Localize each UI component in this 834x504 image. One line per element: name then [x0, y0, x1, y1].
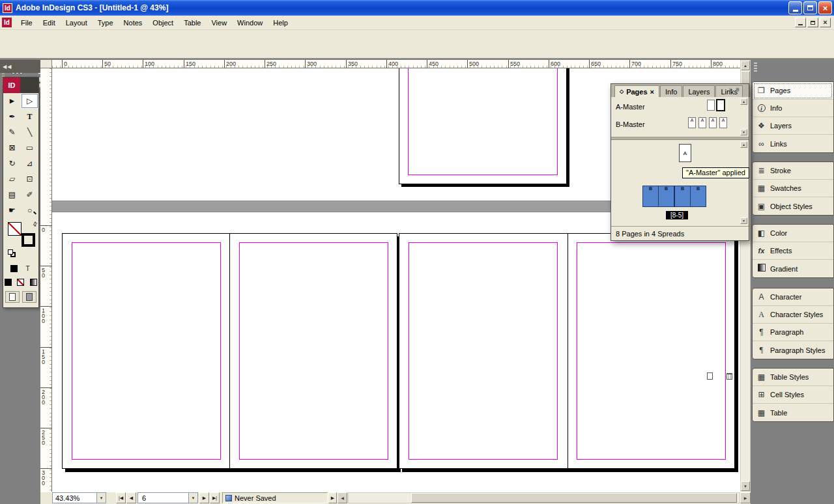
page-thumbnail-selected[interactable]: B: [690, 186, 706, 207]
eyedropper-tool[interactable]: ✐: [21, 187, 38, 203]
menu-help[interactable]: Help: [268, 17, 293, 29]
doc-minimize-button[interactable]: [795, 18, 806, 27]
tab-pages[interactable]: ◇ Pages ×: [614, 85, 659, 97]
dock-item-effects[interactable]: fx Effects: [753, 242, 833, 260]
swap-fill-stroke-button[interactable]: ⇄: [31, 220, 40, 228]
dock-item-table[interactable]: ▦ Table: [753, 404, 833, 421]
stroke-swatch[interactable]: [22, 233, 35, 247]
toolbox-header[interactable]: ID: [3, 77, 38, 93]
menu-table[interactable]: Table: [179, 17, 206, 29]
fill-swatch[interactable]: [8, 222, 22, 236]
pen-tool[interactable]: ✒: [3, 109, 21, 124]
master-page-icon[interactable]: A: [688, 117, 696, 128]
menu-file[interactable]: File: [16, 17, 38, 29]
shear-tool[interactable]: ▱: [3, 171, 21, 187]
page-thumbnail-selected[interactable]: B: [674, 186, 691, 207]
master-page-icon[interactable]: [717, 100, 725, 111]
page-thumbnail-selected[interactable]: B: [642, 186, 659, 207]
dock-item-stroke[interactable]: ≣ Stroke: [753, 162, 833, 180]
dock-item-table-styles[interactable]: ▦ Table Styles: [753, 369, 833, 386]
preview-mode-button[interactable]: [22, 291, 36, 303]
menu-type[interactable]: Type: [93, 17, 119, 29]
default-fill-swatch[interactable]: [8, 249, 13, 255]
scroll-left-button[interactable]: ◀: [338, 492, 347, 503]
last-spread-button[interactable]: ▶|: [210, 492, 220, 503]
dock-item-gradient[interactable]: Gradient: [753, 260, 833, 277]
doc-restore-button[interactable]: [807, 18, 818, 27]
frame-tool[interactable]: ⊠: [3, 140, 21, 156]
minimize-button[interactable]: [788, 1, 802, 14]
dock-item-layers[interactable]: ❖ Layers: [753, 117, 833, 135]
menu-view[interactable]: View: [206, 17, 232, 29]
dock-item-pages[interactable]: ❐ Pages: [753, 82, 833, 100]
rectangle-tool[interactable]: ▭: [21, 140, 38, 156]
close-button[interactable]: ×: [818, 1, 832, 14]
dock-grip[interactable]: [754, 63, 757, 72]
note-tool[interactable]: ▤: [3, 187, 21, 203]
dock-item-links[interactable]: ∞ Links: [753, 135, 833, 152]
master-name[interactable]: B-Master: [616, 120, 645, 128]
previous-spread-button[interactable]: ◀: [126, 492, 136, 503]
menu-window[interactable]: Window: [232, 17, 268, 29]
scale-tool[interactable]: ⊿: [21, 156, 38, 171]
free-transform-tool[interactable]: ⊡: [21, 171, 38, 187]
menu-object[interactable]: Object: [147, 17, 179, 29]
page-thumbnail-selected[interactable]: B: [658, 186, 674, 207]
type-tool[interactable]: T: [21, 109, 38, 124]
menu-edit[interactable]: Edit: [38, 17, 61, 29]
next-spread-button[interactable]: ▶: [199, 492, 209, 503]
tab-close-icon[interactable]: ×: [650, 88, 654, 96]
horizontal-scrollbar[interactable]: [348, 492, 740, 503]
zoom-dropdown[interactable]: ▼: [96, 493, 106, 503]
dock-item-character[interactable]: A Character: [753, 288, 833, 306]
ruler-origin[interactable]: [40, 60, 52, 68]
toolbox-collapse-button[interactable]: ◀◀: [0, 60, 40, 73]
first-spread-button[interactable]: |◀: [116, 492, 126, 503]
normal-view-mode-button[interactable]: [5, 291, 20, 303]
horizontal-scroll-thumb[interactable]: [411, 493, 737, 503]
rotate-tool[interactable]: ↻: [3, 156, 21, 171]
dock-item-character-styles[interactable]: A Character Styles: [753, 306, 833, 324]
zoom-level-field[interactable]: 43.43% ▼: [52, 492, 106, 503]
horizontal-ruler[interactable]: 0 50 100 150 200 250 300 350 400 450 500…: [52, 60, 740, 68]
panel-menu-icon[interactable]: ≡: [736, 86, 740, 93]
status-flyout-button[interactable]: ▶: [328, 492, 337, 503]
scroll-down-button[interactable]: ▼: [741, 481, 750, 491]
menu-notes[interactable]: Notes: [119, 17, 148, 29]
page-number-field[interactable]: 6 ▼: [137, 492, 198, 503]
delete-page-button[interactable]: [723, 371, 735, 381]
dock-item-paragraph[interactable]: ¶ Paragraph: [753, 324, 833, 341]
line-tool[interactable]: ╲: [21, 124, 38, 140]
dock-item-info[interactable]: i Info: [753, 100, 833, 117]
restore-button[interactable]: [803, 1, 817, 14]
dock-item-color[interactable]: ◧ Color: [753, 225, 833, 242]
formatting-affects-text-button[interactable]: T: [22, 263, 33, 273]
page-thumbnail[interactable]: A: [679, 144, 691, 162]
dock-item-paragraph-styles[interactable]: ¶ Paragraph Styles: [753, 341, 833, 359]
scroll-up-button[interactable]: ▲: [741, 61, 750, 70]
apply-color-button[interactable]: [3, 277, 13, 287]
masters-scroll-down-button[interactable]: ▼: [740, 129, 747, 135]
selection-tool[interactable]: ►: [3, 93, 21, 109]
tab-info[interactable]: Info: [660, 85, 682, 97]
tab-layers[interactable]: Layers: [683, 85, 715, 97]
master-page-icon[interactable]: [707, 100, 715, 111]
master-page-icon[interactable]: A: [719, 117, 727, 128]
panel-collapse-icon[interactable]: »: [729, 86, 733, 93]
new-page-button[interactable]: [704, 371, 715, 381]
dock-item-cell-styles[interactable]: ⊞ Cell Styles: [753, 386, 833, 404]
doc-close-button[interactable]: ×: [820, 18, 831, 27]
apply-gradient-button[interactable]: [29, 277, 38, 287]
pages-scroll-down-button[interactable]: ▼: [740, 217, 747, 224]
hand-tool[interactable]: ☛: [3, 203, 21, 218]
formatting-affects-container-button[interactable]: [8, 263, 20, 273]
dock-item-swatches[interactable]: ▦ Swatches: [753, 180, 833, 197]
version-cue-status[interactable]: Never Saved: [222, 492, 328, 503]
menu-layout[interactable]: Layout: [61, 17, 93, 29]
scroll-right-button[interactable]: ▶: [740, 492, 751, 503]
master-page-icon[interactable]: A: [698, 117, 706, 128]
vertical-ruler[interactable]: 0 50 100 150 200 250 300: [40, 68, 52, 492]
page-number-dropdown[interactable]: ▼: [188, 493, 197, 503]
dock-item-object-styles[interactable]: ▣ Object Styles: [753, 197, 833, 215]
zoom-tool[interactable]: ○: [21, 203, 38, 218]
